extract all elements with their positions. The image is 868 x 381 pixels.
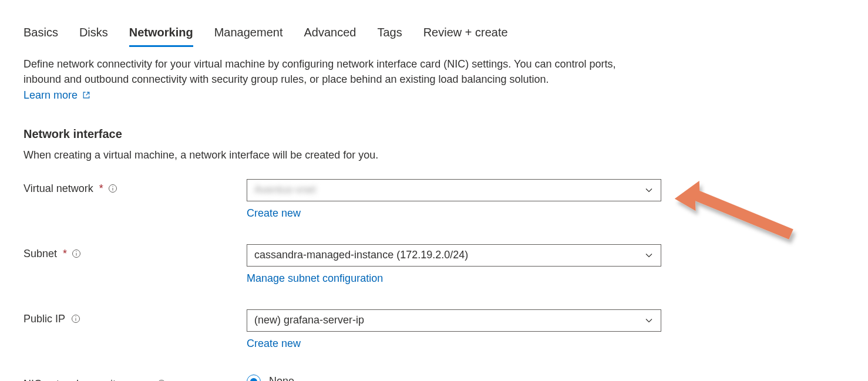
row-subnet: Subnet * cassandra-managed-instance (172… — [23, 244, 845, 285]
row-public-ip: Public IP (new) grafana-server-ip Create… — [23, 309, 845, 350]
section-subtitle: When creating a virtual machine, a netwo… — [23, 149, 845, 161]
label-subnet: Subnet * — [23, 244, 247, 260]
tab-networking[interactable]: Networking — [129, 23, 193, 47]
tab-management[interactable]: Management — [214, 23, 283, 47]
control-nic-nsg: None Basic — [247, 375, 661, 381]
tab-disks[interactable]: Disks — [79, 23, 108, 47]
control-public-ip: (new) grafana-server-ip Create new — [247, 309, 661, 350]
info-icon[interactable] — [108, 184, 117, 193]
row-nic-nsg: NIC network security group None — [23, 375, 845, 381]
svg-point-5 — [76, 251, 76, 252]
learn-more-label: Learn more — [23, 89, 78, 101]
tab-tags[interactable]: Tags — [377, 23, 402, 47]
chevron-down-icon — [644, 316, 654, 325]
label-public-ip: Public IP — [23, 309, 247, 325]
radio-icon — [247, 375, 261, 381]
label-nic-nsg-text: NIC network security group — [23, 378, 151, 381]
info-icon[interactable] — [72, 249, 81, 258]
public-ip-dropdown[interactable]: (new) grafana-server-ip — [247, 309, 661, 332]
control-subnet: cassandra-managed-instance (172.19.2.0/2… — [247, 244, 661, 285]
description-text: Define network connectivity for your vir… — [23, 58, 615, 85]
manage-subnet-config-link[interactable]: Manage subnet configuration — [247, 272, 661, 285]
section-title-network-interface: Network interface — [23, 127, 845, 141]
tab-basics[interactable]: Basics — [23, 23, 58, 47]
svg-point-8 — [75, 316, 76, 317]
radio-inner-icon — [250, 378, 257, 381]
tab-advanced[interactable]: Advanced — [304, 23, 356, 47]
row-virtual-network: Virtual network * Aventus-vnet Create — [23, 179, 845, 220]
external-link-icon — [82, 91, 90, 99]
label-virtual-network-text: Virtual network — [23, 183, 93, 195]
info-icon[interactable] — [71, 314, 80, 323]
learn-more-link[interactable]: Learn more — [23, 89, 90, 101]
page-root: Basics Disks Networking Management Advan… — [0, 0, 868, 381]
tab-review-create[interactable]: Review + create — [423, 23, 508, 47]
required-asterisk: * — [99, 183, 103, 195]
tab-bar: Basics Disks Networking Management Advan… — [23, 23, 845, 47]
label-virtual-network: Virtual network * — [23, 179, 247, 195]
public-ip-create-new-link[interactable]: Create new — [247, 338, 661, 350]
nsg-radio-none-label: None — [269, 375, 294, 381]
label-subnet-text: Subnet — [23, 248, 57, 260]
label-public-ip-text: Public IP — [23, 313, 65, 325]
nsg-radio-none[interactable]: None — [247, 375, 661, 381]
subnet-dropdown[interactable]: cassandra-managed-instance (172.19.2.0/2… — [247, 244, 661, 267]
public-ip-value: (new) grafana-server-ip — [254, 314, 364, 326]
chevron-down-icon — [644, 186, 654, 195]
required-asterisk: * — [63, 248, 67, 260]
svg-point-2 — [112, 186, 113, 187]
tab-description: Define network connectivity for your vir… — [23, 56, 646, 103]
subnet-value: cassandra-managed-instance (172.19.2.0/2… — [254, 249, 468, 261]
chevron-down-icon — [644, 251, 654, 260]
nsg-radio-group: None Basic — [247, 375, 661, 381]
virtual-network-dropdown[interactable]: Aventus-vnet — [247, 179, 661, 201]
virtual-network-value: Aventus-vnet — [254, 184, 316, 196]
control-virtual-network: Aventus-vnet Create new — [247, 179, 661, 220]
label-nic-nsg: NIC network security group — [23, 375, 247, 381]
virtual-network-create-new-link[interactable]: Create new — [247, 207, 661, 220]
